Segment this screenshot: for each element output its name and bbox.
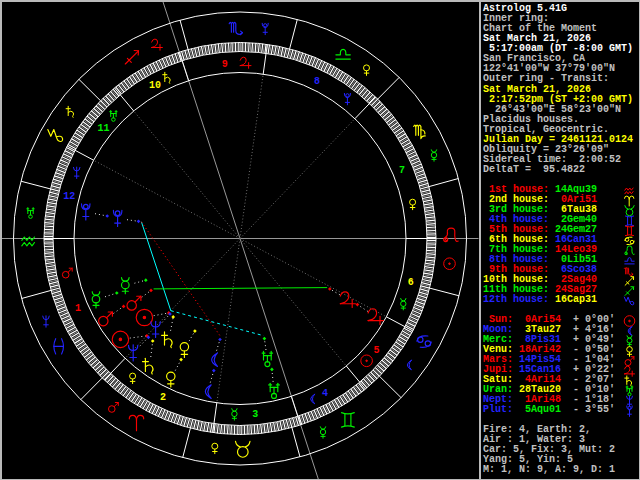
svg-text:2: 2 (160, 392, 166, 403)
svg-text:4: 4 (322, 388, 328, 399)
svg-text:9: 9 (222, 59, 228, 70)
svg-text:6: 6 (408, 277, 414, 288)
svg-text:7: 7 (399, 165, 405, 176)
svg-text:8: 8 (314, 76, 320, 87)
svg-text:5: 5 (373, 345, 379, 356)
svg-text:12: 12 (63, 191, 75, 202)
svg-text:1: 1 (75, 303, 81, 314)
svg-text:10: 10 (149, 80, 161, 91)
svg-text:3: 3 (252, 409, 258, 420)
svg-text:11: 11 (97, 123, 109, 134)
